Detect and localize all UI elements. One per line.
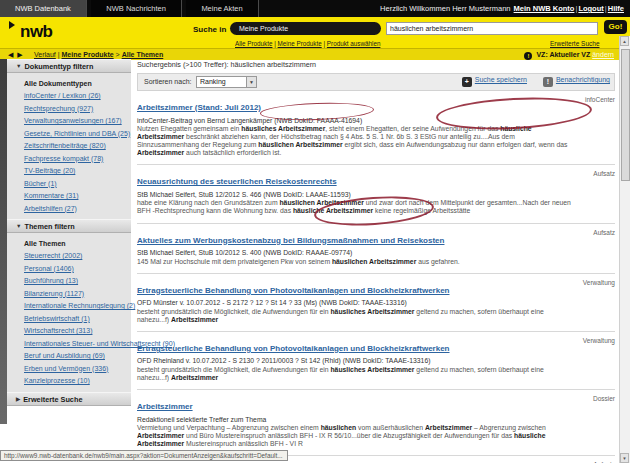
breadcrumb-meine-produkte[interactable]: Meine Produkte <box>62 51 114 58</box>
sidebar-item-tv-beitraege[interactable]: TV-Beiträge (20) <box>24 167 131 175</box>
alert-icon: ! <box>524 52 532 60</box>
search-input[interactable] <box>386 22 598 35</box>
scrollbar-thumb[interactable] <box>621 49 630 181</box>
logout-link[interactable]: Logout <box>578 4 603 13</box>
sidebar-gap <box>7 385 131 392</box>
verlauf-link[interactable]: Verlauf <box>34 51 56 58</box>
result-item: Arbeitszimmer Dossier Redaktionell selek… <box>137 389 615 448</box>
result-meta: OFD Münster v. 10.07.2012 - S 2172 ? 12 … <box>137 299 575 306</box>
sidebar-item-bilanzierung[interactable]: Bilanzierung (1127) <box>24 290 131 298</box>
meine-produkte-link[interactable]: Meine Produkte <box>278 40 322 47</box>
alle-dokumenttypen-label: Alle Dokumenttypen <box>24 80 131 87</box>
sidebar-item-arbeitshilfen[interactable]: Arbeitshilfen (27) <box>24 205 131 213</box>
result-type-badge: Aufsatz <box>593 170 615 177</box>
scope-quick-links: Alle Produkte | Meine Produkte | Produkt… <box>235 40 380 47</box>
result-snippet: besteht grundsätzlich die Möglichkeit, d… <box>137 308 575 324</box>
result-title-link[interactable]: Neuausrichtung des steuerlichen Reisekos… <box>137 177 337 186</box>
tab-nwb-nachrichten[interactable]: NWB Nachrichten <box>91 0 182 17</box>
produkt-auswaehlen-link[interactable]: Produkt auswählen <box>327 40 381 47</box>
result-snippet: 145 Mal zur Hochschule mit dem privateig… <box>137 258 575 266</box>
sidebar-item-gesetze[interactable]: Gesetze, Richtlinien und DBA (25) <box>24 130 131 138</box>
sidebar-item-erben-und-vermoegen[interactable]: Erben und Vermögen (336) <box>24 365 131 373</box>
search-scope-dropdown[interactable]: Meine Produkte <box>230 22 381 35</box>
result-summary: Suchergebnis (>100 Treffer): häuslichen … <box>137 60 615 69</box>
notification-button[interactable]: !Benachrichtigung <box>543 76 610 87</box>
sidebar-item-steuerrecht[interactable]: Steuerrecht (2002) <box>24 252 131 260</box>
notification-icon: ! <box>543 77 553 87</box>
sidebar-item-beruf-und-ausbildung[interactable]: Beruf und Ausbildung (69) <box>24 352 131 360</box>
toolbar-links: +Suche speichern !Benachrichtigung <box>448 76 610 87</box>
result-item: Neuausrichtung des steuerlichen Reisekos… <box>137 164 615 215</box>
sidebar-item-infocenter[interactable]: infoCenter / Lexikon (26) <box>24 92 131 100</box>
chevron-down-icon: ▼ <box>246 77 256 87</box>
welcome-area: Herzlich Willkommen Herr Mustermann Mein… <box>380 0 625 17</box>
result-snippet: Vermietung und Verpachtung – Abgrenzung … <box>137 424 575 448</box>
result-title-link[interactable]: Aktuelles zum Werbungskostenabzug bei Bi… <box>137 236 444 245</box>
breadcrumb-separator: > <box>116 51 120 58</box>
result-meta: infoCenter-Beitrag von Bernd Langenkämpe… <box>137 117 575 124</box>
sidebar-item-kommentare[interactable]: Kommentare (31) <box>24 192 131 200</box>
alle-themen-label: Alle Themen <box>24 240 131 247</box>
dokumenttyp-filter-list: infoCenter / Lexikon (26) Rechtsprechung… <box>7 92 131 212</box>
sidebar-item-betriebswirtschaft[interactable]: Betriebswirtschaft (1) <box>24 315 131 323</box>
sidebar-item-kanzleiprozesse[interactable]: Kanzleiprozesse (10) <box>24 377 131 385</box>
dokumenttyp-filter-header[interactable]: ▼Dokumenttyp filtern <box>7 59 131 73</box>
result-type-badge: Verwaltung <box>583 279 615 286</box>
nwb-database-window: NWB Datenbank NWB Nachrichten Meine Akte… <box>0 0 630 463</box>
erweiterte-suche-header[interactable]: ▶Erweiterte Suche <box>7 392 131 406</box>
sidebar-item-internationales-steuerrecht[interactable]: Internationales Steuer- und Wirtschaftsr… <box>24 340 131 348</box>
save-search-button[interactable]: +Suche speichern <box>462 76 527 87</box>
result-title-link[interactable]: Ertragsteuerliche Behandlung von Photovo… <box>137 344 450 353</box>
mein-nwb-konto-link[interactable]: Mein NWB Konto <box>514 4 575 13</box>
alle-produkte-link[interactable]: Alle Produkte <box>235 40 272 47</box>
themen-filter-list: Steuerrecht (2002) Personal (1406) Buchf… <box>7 252 131 385</box>
sort-dropdown[interactable]: Ranking ▼ <box>196 76 257 88</box>
chevron-right-icon: ▶ <box>16 393 20 405</box>
sidebar-item-verwaltungsanweisungen[interactable]: Verwaltungsanweisungen (167) <box>24 117 131 125</box>
vz-status: ! VZ: Aktueller VZ ändern <box>524 49 614 60</box>
hilfe-link[interactable]: Hilfe <box>608 4 624 13</box>
go-button[interactable]: Go! <box>604 20 627 34</box>
scrollbar-down-icon[interactable]: ▼ <box>620 453 629 463</box>
result-type-badge: Aufsatz <box>593 229 615 236</box>
sidebar-accent-strip <box>0 59 7 424</box>
sidebar-item-personal[interactable]: Personal (1406) <box>24 265 131 273</box>
search-scope-label: Suche in <box>193 25 226 34</box>
filter-sidebar: ▼Dokumenttyp filtern Alle Dokumenttypen … <box>7 59 131 397</box>
tab-nwb-datenbank[interactable]: NWB Datenbank <box>0 0 87 17</box>
sidebar-item-fachpresse[interactable]: Fachpresse kompakt (78) <box>24 155 131 163</box>
sidebar-item-wirtschaftsrecht[interactable]: Wirtschaftsrecht (313) <box>24 327 131 335</box>
chevron-down-icon: ▼ <box>16 60 21 72</box>
result-meta: StB Michael Seifert, StuB 10/2012 S. 400… <box>137 249 575 256</box>
status-url-tooltip: http://www9.nwb-datenbank.de/nwb9/main.a… <box>0 450 288 461</box>
sidebar-gap <box>7 212 131 219</box>
themen-filter-header[interactable]: ▼Themen filtern <box>7 219 131 233</box>
search-results-area: Suchergebnis (>100 Treffer): häuslichen … <box>137 60 615 463</box>
result-type-badge: Verwaltung <box>583 337 615 344</box>
sidebar-item-buchfuehrung[interactable]: Buchführung (13) <box>24 277 131 285</box>
result-title-link[interactable]: Ertragsteuerliche Behandlung von Photovo… <box>137 286 450 295</box>
vz-label: VZ: Aktueller VZ <box>536 51 590 58</box>
sidebar-item-rechtsprechung[interactable]: Rechtsprechung (927) <box>24 105 131 113</box>
breadcrumb-alle-themen[interactable]: Alle Themen <box>122 51 164 58</box>
sidebar-item-internationale-rechnungslegung[interactable]: Internationale Rechnungslegung (2) <box>24 302 131 310</box>
sidebar-item-zeitschriftenbeitraege[interactable]: Zeitschriftenbeiträge (820) <box>24 142 131 150</box>
welcome-text: Herzlich Willkommen Herr Mustermann <box>380 4 510 13</box>
nwb-logo: nwb <box>20 22 53 42</box>
logo-arrow-icon <box>9 21 15 29</box>
chevron-down-icon: ▼ <box>16 220 21 232</box>
result-item: Arbeitszimmer (Stand: Juli 2012) infoCen… <box>137 96 615 157</box>
result-title-link[interactable]: Arbeitszimmer (Stand: Juli 2012) <box>137 103 261 112</box>
result-item: Ertragsteuerliche Behandlung von Photovo… <box>137 331 615 382</box>
result-item: Ertragsteuerliche Behandlung von Photovo… <box>137 273 615 324</box>
erweiterte-suche-link[interactable]: Erweiterte Suche <box>550 40 600 47</box>
vertical-scrollbar[interactable]: ▲ ▼ <box>619 36 630 463</box>
result-snippet: habe eine Klärung nach den Grundsätzen z… <box>137 199 575 215</box>
search-header: nwb Suche in Meine Produkte Alle Produkt… <box>0 17 630 48</box>
scrollbar-up-icon[interactable]: ▲ <box>620 36 629 46</box>
result-type-badge: Dossier <box>593 395 615 402</box>
sidebar-item-buecher[interactable]: Bücher (1) <box>24 180 131 188</box>
result-title-link[interactable]: Arbeitszimmer <box>137 402 193 411</box>
tab-meine-akten[interactable]: Meine Akten <box>186 0 258 17</box>
vz-change-link[interactable]: ändern <box>592 51 614 58</box>
